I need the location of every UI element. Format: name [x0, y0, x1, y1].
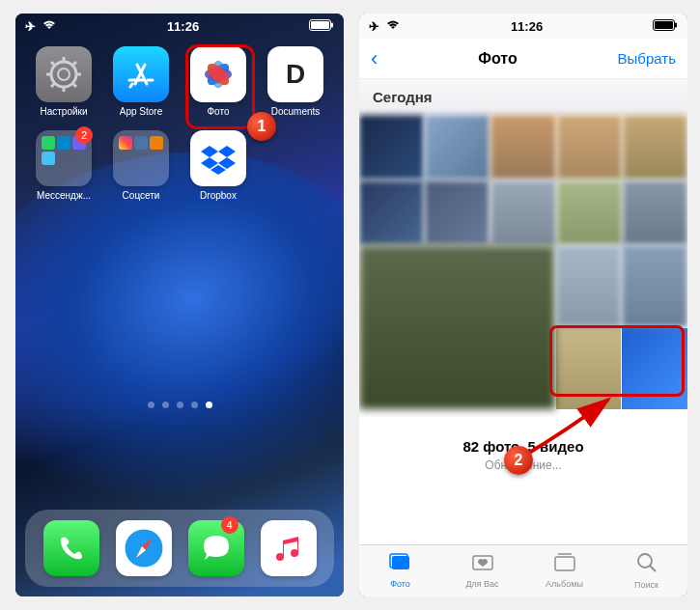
photo-thumb[interactable] [623, 115, 687, 180]
svg-rect-37 [675, 22, 677, 27]
svg-line-12 [72, 62, 76, 66]
section-header-today: Сегодня [359, 79, 687, 115]
appstore-icon [113, 46, 169, 102]
photo-thumb[interactable] [556, 245, 622, 327]
app-appstore[interactable]: App Store [106, 46, 176, 117]
photo-featured[interactable] [359, 245, 555, 409]
svg-rect-41 [555, 557, 574, 570]
photo-thumb[interactable] [425, 180, 490, 245]
nav-title: Фото [478, 50, 517, 68]
gear-icon [36, 46, 92, 102]
svg-marker-27 [218, 146, 236, 157]
photo-thumb[interactable] [490, 115, 555, 180]
photo-grid[interactable] [359, 115, 687, 245]
status-time: 11:26 [511, 19, 543, 34]
photo-thumb[interactable] [557, 180, 622, 245]
battery-icon [309, 19, 334, 34]
app-photos[interactable]: Фото [183, 46, 253, 117]
photo-thumb[interactable] [490, 180, 555, 245]
folder-messengers[interactable]: 2 Мессендж... [29, 130, 98, 201]
dock: 4 [25, 510, 334, 587]
photo-thumb[interactable] [622, 245, 687, 327]
photo-thumb-tech[interactable] [622, 328, 687, 410]
select-button[interactable]: Выбрать [618, 50, 676, 67]
svg-point-43 [638, 554, 652, 568]
svg-rect-36 [655, 21, 673, 29]
battery-icon [653, 19, 678, 34]
phone-photos-app: ✈ 11:26 ‹ Фото Выбрать Сегодня [359, 14, 687, 596]
wifi-icon [385, 19, 401, 34]
svg-line-10 [72, 83, 76, 87]
dropbox-icon [190, 130, 246, 186]
photo-thumb[interactable] [623, 180, 687, 245]
wifi-icon [42, 19, 57, 34]
tab-for-you[interactable]: Для Вас [441, 545, 523, 596]
photo-thumb-animal[interactable] [556, 328, 622, 410]
svg-line-9 [51, 62, 55, 66]
svg-line-17 [130, 84, 132, 87]
svg-rect-1 [311, 21, 329, 29]
svg-marker-26 [201, 146, 218, 157]
annotation-callout-2: 2 [504, 446, 533, 475]
albums-tab-icon [554, 553, 575, 577]
svg-rect-2 [331, 22, 333, 27]
svg-line-11 [51, 83, 55, 87]
search-icon [636, 552, 658, 578]
documents-icon: D [267, 46, 323, 102]
badge: 4 [221, 516, 238, 534]
svg-line-44 [650, 566, 656, 571]
tab-albums[interactable]: Альбомы [523, 545, 605, 596]
airplane-mode-icon: ✈ [25, 19, 36, 34]
app-settings[interactable]: Настройки [29, 46, 98, 117]
back-button[interactable]: ‹ [371, 46, 378, 71]
app-documents[interactable]: D Documents [261, 46, 330, 117]
dock-messages[interactable]: 4 [188, 520, 244, 576]
app-dropbox[interactable]: Dropbox [183, 130, 253, 201]
tab-search[interactable]: Поиск [605, 545, 687, 596]
dock-music[interactable] [261, 520, 317, 576]
dock-phone[interactable] [43, 520, 99, 576]
photo-grid-featured [359, 245, 687, 409]
photo-thumb[interactable] [557, 115, 622, 180]
status-bar: ✈ 11:26 [15, 14, 344, 39]
badge: 2 [75, 126, 93, 144]
nav-bar: ‹ Фото Выбрать [359, 39, 687, 79]
svg-point-4 [58, 69, 70, 80]
music-icon [261, 520, 317, 576]
folder-icon [113, 130, 169, 186]
photo-thumb[interactable] [359, 115, 424, 180]
tab-photos[interactable]: Фото [359, 545, 441, 596]
phone-home-screen: ✈ 11:26 Настройки [15, 14, 344, 596]
airplane-mode-icon: ✈ [369, 19, 379, 34]
photo-thumb[interactable] [359, 180, 424, 245]
tab-bar: Фото Для Вас Альбомы Поиск [359, 544, 687, 596]
annotation-callout-1: 1 [247, 112, 276, 141]
phone-icon [43, 520, 99, 576]
status-time: 11:26 [167, 19, 199, 34]
photo-thumb[interactable] [425, 115, 490, 180]
folder-social[interactable]: Соцсети [106, 130, 176, 201]
foryou-tab-icon [472, 553, 493, 577]
dock-safari[interactable] [116, 520, 172, 576]
photos-icon [190, 46, 246, 102]
photos-tab-icon [389, 553, 412, 577]
page-indicator[interactable] [15, 402, 344, 408]
status-bar: ✈ 11:26 [359, 14, 687, 39]
safari-icon [116, 520, 172, 576]
